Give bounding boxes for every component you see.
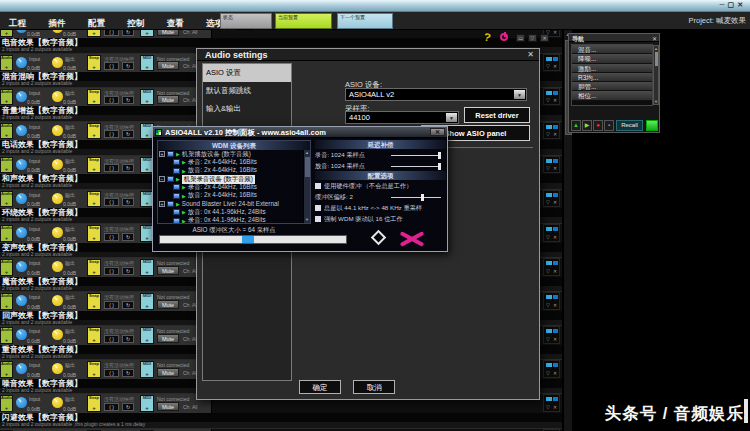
close-icon[interactable]: ✕ [527, 50, 534, 59]
output-gain-knob[interactable] [52, 363, 63, 374]
latency-out-slider[interactable] [391, 166, 441, 167]
buffer-size-slider[interactable] [159, 235, 347, 244]
close-icon[interactable]: ✕ [540, 34, 549, 42]
help-icon[interactable]: ? [483, 30, 492, 43]
midi-channel[interactable]: Ch: All [183, 404, 197, 410]
enable-icon[interactable]: ▶ [182, 193, 186, 199]
output-gain-knob[interactable] [52, 295, 63, 306]
input-gain-knob[interactable] [16, 125, 27, 136]
snapshot-select-button[interactable]: ( ) [104, 62, 119, 70]
navigator-item[interactable]: R3均... [572, 73, 652, 82]
snapshot-refresh-button[interactable]: ↻ [122, 335, 134, 343]
shade-icon[interactable]: ▽ [546, 63, 550, 69]
mute-button[interactable]: Mute [157, 368, 179, 377]
midi-tab[interactable]: MIDI+ [140, 89, 154, 106]
current-preset-box[interactable]: 当前预置 [275, 13, 332, 29]
input-gain-knob[interactable] [16, 363, 27, 374]
snapshot-select-button[interactable]: ( ) [104, 301, 119, 309]
midi-tab[interactable]: MIDI+ [140, 55, 154, 72]
nav-tool-button-3[interactable]: ● [593, 120, 603, 131]
navigator-item[interactable]: 相位... [572, 91, 652, 100]
midi-tab[interactable]: MIDI+ [140, 293, 154, 310]
shade-icon[interactable]: ▽ [546, 370, 550, 376]
audio-tab[interactable]: Audio+ [0, 157, 13, 174]
enable-icon[interactable]: ▶ [182, 184, 186, 190]
enable-icon[interactable]: ▶ [176, 176, 180, 182]
reset-driver-button[interactable]: Reset driver [464, 107, 530, 123]
snapshot-select-button[interactable]: ( ) [104, 96, 119, 104]
scrollbar-thumb[interactable] [305, 157, 310, 177]
output-gain-knob[interactable] [52, 159, 63, 170]
window-controls[interactable]: ─▢✕ [720, 1, 746, 9]
scroll-down-icon[interactable]: ▼ [304, 217, 310, 223]
shade-icon[interactable]: ▽ [546, 404, 550, 410]
output-gain-knob[interactable] [52, 30, 63, 33]
close-icon[interactable]: ✕ [553, 97, 557, 103]
stream-row[interactable]: ▶ 录音: 0x 44.1-96kHz, 24Bits [159, 216, 302, 223]
navigator-item[interactable]: 混音... [572, 45, 652, 54]
scroll-up-icon[interactable]: ▲ [304, 150, 310, 156]
close-icon[interactable]: ✕ [553, 234, 557, 240]
shade-icon[interactable]: ▽ [546, 234, 550, 240]
close-icon[interactable]: ✕ [737, 1, 746, 8]
close-icon[interactable]: ✕ [553, 131, 557, 137]
snapshot-refresh-button[interactable]: ↻ [122, 267, 134, 275]
output-gain-knob[interactable] [52, 125, 63, 136]
snapshot-refresh-button[interactable]: ↻ [122, 369, 134, 377]
close-button[interactable]: ✕ [430, 128, 445, 136]
menu-view[interactable]: 查看 [158, 13, 193, 30]
enable-icon[interactable]: ▶ [182, 209, 186, 215]
slider-handle[interactable] [421, 194, 424, 201]
category-asio[interactable]: ASIO 设置 [203, 64, 291, 82]
snapshot-refresh-button[interactable]: ↻ [122, 301, 134, 309]
scroll-down-icon[interactable]: ▼ [654, 99, 658, 104]
sample-rate-select[interactable]: 44100 ▼ [345, 111, 459, 124]
mute-button[interactable]: Mute [157, 402, 179, 411]
snapshot-refresh-button[interactable]: ↻ [122, 403, 134, 411]
snap-tab[interactable]: Snap+ [87, 225, 101, 242]
snap-tab[interactable]: Snap+ [87, 55, 101, 72]
snap-tab[interactable]: Snap+ [87, 30, 101, 37]
close-icon[interactable]: ✕ [553, 199, 557, 205]
snapshot-refresh-button[interactable]: ↻ [122, 30, 134, 36]
shade-icon[interactable]: ▽ [546, 97, 550, 103]
navigator-scrollbar[interactable]: ▲ ▼ [653, 45, 659, 105]
asio-device-select[interactable]: ASIO4ALL v2 ▼ [345, 88, 527, 101]
force16-checkbox[interactable] [315, 216, 321, 222]
snap-tab[interactable]: Snap+ [87, 157, 101, 174]
input-gain-knob[interactable] [16, 397, 27, 408]
maximize-icon[interactable]: ▢ [728, 1, 738, 8]
next-preset-box[interactable]: 下一个预置 [337, 13, 393, 29]
stream-row[interactable]: ▶ 放音: 2x 4-64kHz, 16Bits [159, 191, 302, 199]
input-gain-knob[interactable] [16, 295, 27, 306]
mute-button[interactable]: Mute [157, 30, 179, 36]
snap-tab[interactable]: Snap+ [87, 395, 101, 412]
close-icon[interactable]: ✕ [652, 35, 657, 42]
output-gain-knob[interactable] [52, 329, 63, 340]
close-icon[interactable]: ✕ [553, 336, 557, 342]
midi-tab[interactable]: MIDI+ [140, 259, 154, 276]
power-icon[interactable] [500, 33, 508, 41]
audio-tab[interactable]: Audio+ [0, 225, 13, 242]
category-io[interactable]: 输入&输出 [203, 100, 291, 118]
navigator-item[interactable]: 降噪... [572, 54, 652, 63]
close-icon[interactable]: ✕ [553, 268, 557, 274]
menu-project[interactable]: 工程 [0, 13, 35, 30]
snap-tab[interactable]: Snap+ [87, 123, 101, 140]
resample-checkbox[interactable] [315, 205, 321, 211]
snapshot-refresh-button[interactable]: ↻ [122, 198, 134, 206]
audio-tab[interactable]: Audio+ [0, 191, 13, 208]
midi-tab[interactable]: MIDI+ [140, 30, 154, 37]
mute-button[interactable]: Mute [157, 334, 179, 343]
ok-button[interactable]: 确定 [299, 380, 341, 394]
tree-scrollbar[interactable]: ▲ ▼ [303, 150, 310, 223]
shade-icon[interactable]: ▽ [546, 131, 550, 137]
snapshot-select-button[interactable]: ( ) [104, 198, 119, 206]
hw-buffer-checkbox[interactable] [315, 183, 321, 189]
diamond-icon[interactable] [371, 230, 387, 246]
enable-icon[interactable]: ▶ [182, 218, 186, 223]
midi-channel[interactable]: Ch: All [183, 30, 197, 35]
latency-in-slider[interactable] [391, 155, 441, 156]
slider-handle[interactable] [242, 236, 254, 243]
nav-tool-button-4[interactable]: ▪ [604, 120, 614, 131]
